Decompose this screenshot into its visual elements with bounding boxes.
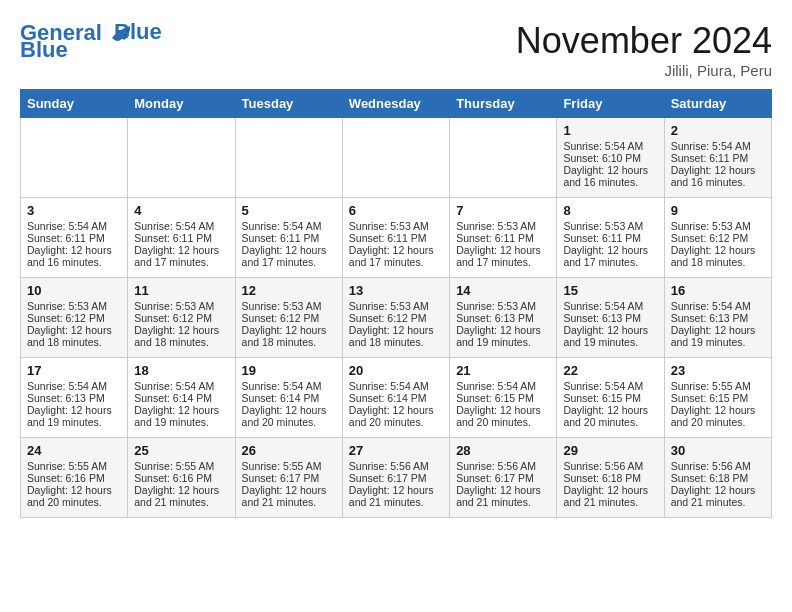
day-info: Daylight: 12 hours and 20 minutes. bbox=[456, 404, 550, 428]
day-info: Sunset: 6:11 PM bbox=[242, 232, 336, 244]
col-header-saturday: Saturday bbox=[664, 90, 771, 118]
calendar-cell: 20Sunrise: 5:54 AMSunset: 6:14 PMDayligh… bbox=[342, 358, 449, 438]
day-number: 25 bbox=[134, 443, 228, 458]
day-info: Sunrise: 5:53 AM bbox=[349, 220, 443, 232]
day-info: Sunrise: 5:53 AM bbox=[671, 220, 765, 232]
day-info: Sunrise: 5:53 AM bbox=[27, 300, 121, 312]
day-number: 6 bbox=[349, 203, 443, 218]
day-info: Daylight: 12 hours and 18 minutes. bbox=[671, 244, 765, 268]
calendar-cell: 4Sunrise: 5:54 AMSunset: 6:11 PMDaylight… bbox=[128, 198, 235, 278]
day-number: 14 bbox=[456, 283, 550, 298]
week-row-3: 10Sunrise: 5:53 AMSunset: 6:12 PMDayligh… bbox=[21, 278, 772, 358]
day-info: Sunset: 6:11 PM bbox=[563, 232, 657, 244]
day-number: 16 bbox=[671, 283, 765, 298]
day-info: Daylight: 12 hours and 21 minutes. bbox=[563, 484, 657, 508]
day-number: 8 bbox=[563, 203, 657, 218]
calendar-cell: 2Sunrise: 5:54 AMSunset: 6:11 PMDaylight… bbox=[664, 118, 771, 198]
day-info: Sunrise: 5:54 AM bbox=[671, 140, 765, 152]
day-info: Sunrise: 5:55 AM bbox=[671, 380, 765, 392]
calendar-cell: 22Sunrise: 5:54 AMSunset: 6:15 PMDayligh… bbox=[557, 358, 664, 438]
month-title: November 2024 bbox=[516, 20, 772, 62]
day-number: 24 bbox=[27, 443, 121, 458]
day-info: Daylight: 12 hours and 17 minutes. bbox=[242, 244, 336, 268]
day-info: Sunrise: 5:53 AM bbox=[456, 220, 550, 232]
day-info: Sunrise: 5:54 AM bbox=[134, 220, 228, 232]
calendar-table: SundayMondayTuesdayWednesdayThursdayFrid… bbox=[20, 89, 772, 518]
calendar-cell bbox=[450, 118, 557, 198]
day-number: 9 bbox=[671, 203, 765, 218]
day-info: Daylight: 12 hours and 19 minutes. bbox=[27, 404, 121, 428]
day-info: Daylight: 12 hours and 20 minutes. bbox=[671, 404, 765, 428]
calendar-cell bbox=[128, 118, 235, 198]
week-row-1: 1Sunrise: 5:54 AMSunset: 6:10 PMDaylight… bbox=[21, 118, 772, 198]
day-info: Sunset: 6:13 PM bbox=[456, 312, 550, 324]
calendar-cell: 12Sunrise: 5:53 AMSunset: 6:12 PMDayligh… bbox=[235, 278, 342, 358]
header-row: SundayMondayTuesdayWednesdayThursdayFrid… bbox=[21, 90, 772, 118]
day-info: Sunrise: 5:54 AM bbox=[134, 380, 228, 392]
day-info: Sunrise: 5:56 AM bbox=[349, 460, 443, 472]
day-number: 28 bbox=[456, 443, 550, 458]
day-info: Daylight: 12 hours and 21 minutes. bbox=[349, 484, 443, 508]
calendar-cell: 8Sunrise: 5:53 AMSunset: 6:11 PMDaylight… bbox=[557, 198, 664, 278]
day-info: Daylight: 12 hours and 19 minutes. bbox=[563, 324, 657, 348]
calendar-cell bbox=[235, 118, 342, 198]
day-info: Sunrise: 5:54 AM bbox=[671, 300, 765, 312]
day-info: Sunrise: 5:53 AM bbox=[456, 300, 550, 312]
calendar-cell: 23Sunrise: 5:55 AMSunset: 6:15 PMDayligh… bbox=[664, 358, 771, 438]
day-info: Sunrise: 5:56 AM bbox=[456, 460, 550, 472]
day-info: Sunset: 6:13 PM bbox=[563, 312, 657, 324]
day-info: Daylight: 12 hours and 18 minutes. bbox=[349, 324, 443, 348]
day-info: Daylight: 12 hours and 20 minutes. bbox=[563, 404, 657, 428]
day-info: Daylight: 12 hours and 19 minutes. bbox=[671, 324, 765, 348]
col-header-thursday: Thursday bbox=[450, 90, 557, 118]
day-info: Sunrise: 5:54 AM bbox=[242, 220, 336, 232]
day-number: 26 bbox=[242, 443, 336, 458]
day-info: Sunset: 6:13 PM bbox=[27, 392, 121, 404]
col-header-wednesday: Wednesday bbox=[342, 90, 449, 118]
logo: General Blue Blue bbox=[20, 20, 162, 63]
col-header-tuesday: Tuesday bbox=[235, 90, 342, 118]
day-info: Sunrise: 5:53 AM bbox=[349, 300, 443, 312]
day-number: 15 bbox=[563, 283, 657, 298]
day-info: Daylight: 12 hours and 19 minutes. bbox=[134, 404, 228, 428]
day-info: Sunrise: 5:54 AM bbox=[563, 300, 657, 312]
day-info: Daylight: 12 hours and 21 minutes. bbox=[134, 484, 228, 508]
day-info: Sunset: 6:14 PM bbox=[349, 392, 443, 404]
day-info: Sunset: 6:11 PM bbox=[27, 232, 121, 244]
day-number: 17 bbox=[27, 363, 121, 378]
day-number: 18 bbox=[134, 363, 228, 378]
day-info: Sunrise: 5:55 AM bbox=[134, 460, 228, 472]
day-number: 10 bbox=[27, 283, 121, 298]
week-row-2: 3Sunrise: 5:54 AMSunset: 6:11 PMDaylight… bbox=[21, 198, 772, 278]
day-info: Daylight: 12 hours and 16 minutes. bbox=[671, 164, 765, 188]
day-info: Sunset: 6:15 PM bbox=[456, 392, 550, 404]
calendar-cell: 25Sunrise: 5:55 AMSunset: 6:16 PMDayligh… bbox=[128, 438, 235, 518]
page-header: General Blue Blue November 2024 Jilili, … bbox=[20, 20, 772, 79]
calendar-cell: 5Sunrise: 5:54 AMSunset: 6:11 PMDaylight… bbox=[235, 198, 342, 278]
day-info: Daylight: 12 hours and 16 minutes. bbox=[563, 164, 657, 188]
day-info: Daylight: 12 hours and 21 minutes. bbox=[456, 484, 550, 508]
day-number: 5 bbox=[242, 203, 336, 218]
day-info: Sunset: 6:12 PM bbox=[671, 232, 765, 244]
day-info: Sunset: 6:11 PM bbox=[671, 152, 765, 164]
day-info: Daylight: 12 hours and 20 minutes. bbox=[27, 484, 121, 508]
calendar-cell: 28Sunrise: 5:56 AMSunset: 6:17 PMDayligh… bbox=[450, 438, 557, 518]
day-info: Daylight: 12 hours and 17 minutes. bbox=[134, 244, 228, 268]
day-info: Sunrise: 5:56 AM bbox=[563, 460, 657, 472]
day-number: 19 bbox=[242, 363, 336, 378]
col-header-friday: Friday bbox=[557, 90, 664, 118]
day-info: Sunrise: 5:54 AM bbox=[563, 140, 657, 152]
day-info: Daylight: 12 hours and 21 minutes. bbox=[242, 484, 336, 508]
day-info: Sunrise: 5:54 AM bbox=[27, 220, 121, 232]
day-info: Sunset: 6:11 PM bbox=[349, 232, 443, 244]
day-info: Daylight: 12 hours and 18 minutes. bbox=[134, 324, 228, 348]
day-info: Daylight: 12 hours and 17 minutes. bbox=[563, 244, 657, 268]
day-number: 13 bbox=[349, 283, 443, 298]
calendar-cell: 15Sunrise: 5:54 AMSunset: 6:13 PMDayligh… bbox=[557, 278, 664, 358]
calendar-cell: 16Sunrise: 5:54 AMSunset: 6:13 PMDayligh… bbox=[664, 278, 771, 358]
day-info: Daylight: 12 hours and 20 minutes. bbox=[242, 404, 336, 428]
day-info: Sunrise: 5:54 AM bbox=[563, 380, 657, 392]
day-info: Sunrise: 5:54 AM bbox=[242, 380, 336, 392]
day-number: 21 bbox=[456, 363, 550, 378]
week-row-5: 24Sunrise: 5:55 AMSunset: 6:16 PMDayligh… bbox=[21, 438, 772, 518]
